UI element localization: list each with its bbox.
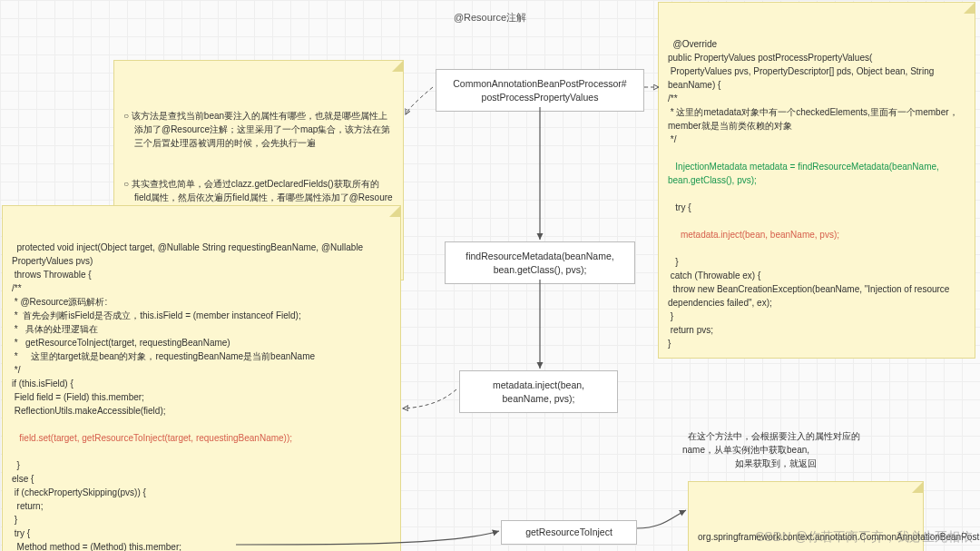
node-inject: metadata.inject(bean, beanName, pvs); [459, 370, 618, 413]
note-right-top: @Override public PropertyValues postProc… [658, 2, 975, 359]
node-label: getResourceToInject [525, 526, 612, 537]
node-getresource: getResourceToInject [501, 520, 637, 545]
note-corner-icon [964, 3, 975, 14]
note-text-highlight: metadata.inject(bean, beanName, pvs); [673, 230, 839, 240]
node-postprocess: CommonAnnotationBeanPostProcessor# postP… [436, 69, 644, 112]
note-text-highlight: InjectionMetadata metadata = findResourc… [668, 162, 942, 185]
note-corner-icon [389, 206, 400, 217]
watermark: CSDN @你若不离不弃，我必生死相依 [755, 529, 973, 546]
note-text: 在这个方法中，会根据要注入的属性对应的name，从单实例池中获取bean, 如果… [682, 431, 860, 468]
note-text: @Override public PropertyValues postProc… [668, 39, 958, 144]
note-corner-icon [912, 482, 923, 493]
note-line: ○ 该方法是查找当前bean要注入的属性有哪些，也就是哪些属性上添加了@Reso… [123, 109, 394, 150]
node-label: CommonAnnotationBeanPostProcessor# postP… [453, 78, 626, 103]
note-text-highlight: field.set(target, getResourceToInject(ta… [17, 433, 293, 443]
note-text: } else { if (checkPropertySkipping(pvs))… [12, 460, 318, 551]
note-text: } catch (Throwable ex) { throw new BeanC… [668, 257, 952, 349]
note-text: try { [673, 202, 691, 212]
note-left-mid: protected void inject(Object target, @Nu… [2, 205, 401, 551]
note-right-mid: 在这个方法中，会根据要注入的属性对应的name，从单实例池中获取bean, 如果… [673, 408, 896, 477]
node-label: findResourceMetadata(beanName, bean.getC… [466, 251, 613, 275]
note-text: protected void inject(Object target, @Nu… [12, 242, 366, 416]
node-findmetadata: findResourceMetadata(beanName, bean.getC… [445, 241, 635, 284]
diagram-title: @Resource注解 [454, 11, 526, 25]
note-corner-icon [392, 61, 403, 72]
node-label: metadata.inject(bean, beanName, pvs); [493, 379, 584, 404]
